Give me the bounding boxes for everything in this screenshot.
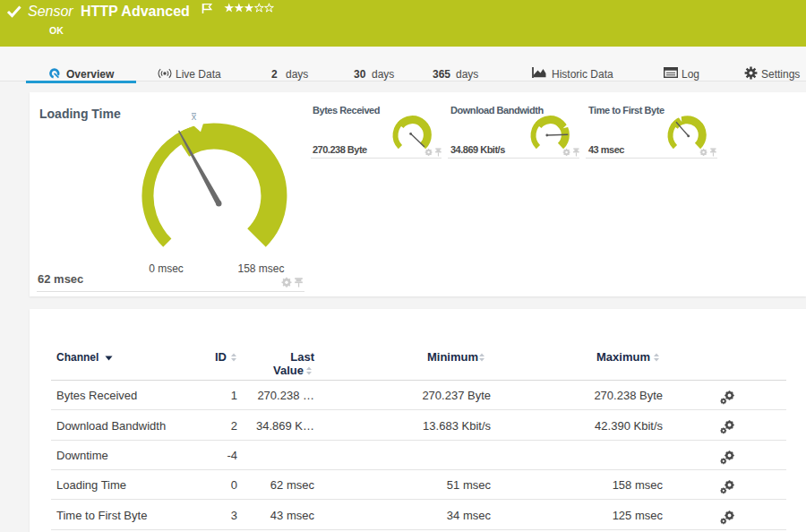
svg-text:x: x [192,111,197,122]
